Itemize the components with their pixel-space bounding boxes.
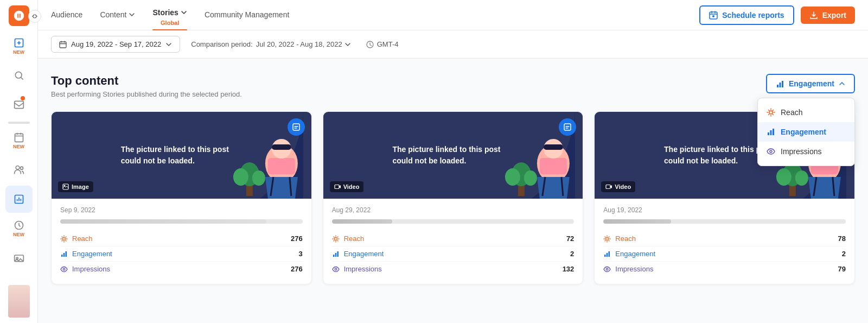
nav-item-stories[interactable]: Stories Global [152, 0, 187, 31]
engagement-icon-card1 [60, 250, 68, 258]
svg-rect-50 [564, 124, 571, 130]
svg-point-49 [524, 170, 537, 186]
engagement-dropdown-wrapper: Engagement Reach [766, 74, 855, 93]
card-1-badge [288, 118, 305, 136]
card-3-metric-impressions: Impressions 79 [603, 262, 846, 276]
top-nav: Audience Content Stories Global Communit… [38, 0, 868, 30]
sidebar-item-calendar[interactable]: NEW [5, 127, 33, 154]
sidebar-item-audience[interactable] [5, 156, 33, 183]
date-range-picker[interactable]: Aug 19, 2022 - Sep 17, 2022 [51, 36, 180, 53]
export-button[interactable]: Export [801, 7, 855, 24]
nav-actions: Schedule reports Export [699, 5, 855, 25]
timezone-display: GMT-4 [366, 40, 399, 48]
export-icon [809, 11, 818, 20]
card-3-metric-engagement: Engagement 2 [603, 246, 846, 262]
impressions-icon-card3 [603, 265, 611, 273]
reach-icon [767, 108, 775, 117]
svg-rect-15 [779, 83, 781, 87]
date-dropdown-icon [165, 41, 172, 48]
card-2-metric-engagement: Engagement 2 [332, 246, 575, 262]
svg-point-35 [63, 237, 66, 240]
filter-bar: Aug 19, 2022 - Sep 17, 2022 Comparison p… [38, 30, 868, 59]
sidebar-item-media[interactable] [5, 244, 33, 271]
card-3-type-badge: Video [601, 181, 635, 192]
card-3-metric-reach: Reach 78 [603, 231, 846, 246]
svg-rect-55 [337, 251, 339, 257]
dropdown-item-engagement[interactable]: Engagement [758, 122, 854, 142]
svg-point-48 [505, 168, 520, 186]
card-1-badge-icon [292, 123, 301, 131]
card-3-metrics-fill [603, 219, 671, 224]
video-type-icon-2 [334, 183, 341, 190]
svg-point-31 [252, 170, 265, 186]
sidebar-item-compose-label: NEW [13, 49, 24, 55]
nav-item-content[interactable]: Content [100, 1, 135, 30]
card-2-metric-reach: Reach 72 [332, 231, 575, 246]
collapse-button[interactable] [28, 10, 41, 23]
image-type-icon [62, 183, 69, 190]
svg-rect-32 [293, 124, 299, 130]
svg-rect-38 [66, 251, 67, 257]
comparison-dropdown-icon [344, 41, 351, 48]
svg-point-21 [770, 150, 772, 153]
card-1-metrics-bar [60, 219, 303, 224]
card-2-body: Aug 29, 2022 Reach [323, 199, 583, 284]
comparison-period: Comparison period: Jul 20, 2022 - Aug 18… [191, 40, 350, 48]
stories-sub-label: Global [161, 20, 179, 26]
card-3-metrics-bar [603, 219, 846, 224]
svg-rect-43 [543, 144, 563, 150]
card-3-body: Aug 19, 2022 Reach [595, 199, 854, 284]
svg-point-5 [20, 167, 23, 169]
content-area: Top content Best performing Stories publ… [38, 59, 868, 323]
engagement-icon-card2 [332, 250, 340, 258]
svg-rect-25 [272, 144, 291, 150]
sidebar-item-reports[interactable] [5, 186, 33, 213]
dropdown-item-impressions[interactable]: Impressions [758, 142, 854, 161]
svg-rect-36 [61, 255, 63, 257]
svg-rect-3 [15, 134, 23, 142]
schedule-reports-button[interactable]: Schedule reports [699, 5, 794, 25]
app-logo[interactable] [9, 5, 29, 26]
svg-point-39 [63, 268, 65, 270]
card-1-date: Sep 9, 2022 [60, 206, 303, 214]
reach-icon-card3 [603, 235, 611, 243]
card-2-date: Aug 29, 2022 [332, 206, 575, 214]
card-1-body: Sep 9, 2022 Reach [52, 199, 311, 284]
nav-item-audience[interactable]: Audience [51, 1, 82, 30]
svg-rect-23 [268, 158, 295, 174]
sidebar-item-compose[interactable]: NEW [5, 33, 33, 60]
sidebar: NEW NEW NEW [0, 0, 38, 323]
section-subtitle: Best performing Stories published during… [51, 90, 855, 98]
card-1-image: The picture linked to this post could no… [52, 112, 311, 199]
svg-rect-51 [335, 185, 339, 189]
svg-rect-2 [14, 101, 23, 108]
card-2-metrics-fill [332, 219, 393, 224]
video-type-icon-3 [605, 183, 612, 190]
sidebar-item-dashboard[interactable]: NEW [5, 215, 33, 242]
comparison-range-link[interactable]: Jul 20, 2022 - Aug 18, 2022 [256, 40, 351, 48]
svg-rect-20 [773, 129, 774, 135]
svg-rect-16 [782, 81, 783, 87]
svg-rect-18 [768, 132, 769, 135]
engagement-dropdown-button[interactable]: Engagement [766, 74, 855, 93]
color-strip-bottom [8, 285, 30, 318]
svg-rect-37 [63, 253, 65, 257]
sidebar-divider [8, 122, 30, 124]
nav-item-community[interactable]: Community Management [205, 1, 289, 30]
sidebar-item-inbox[interactable] [5, 91, 33, 118]
card-2-type-badge: Video [330, 181, 364, 192]
content-card-1: The picture linked to this post could no… [51, 111, 312, 284]
svg-rect-72 [609, 251, 610, 257]
impressions-icon-card1 [60, 265, 68, 273]
main-area: Audience Content Stories Global Communit… [38, 0, 868, 323]
dropdown-item-reach[interactable]: Reach [758, 103, 854, 122]
impressions-icon-card2 [332, 265, 340, 273]
svg-rect-71 [607, 253, 608, 257]
card-1-metrics-fill [60, 219, 266, 224]
svg-point-30 [233, 168, 248, 186]
engagement-bar-icon [767, 128, 775, 136]
svg-rect-54 [335, 253, 336, 257]
nav-items: Audience Content Stories Global Communit… [51, 0, 289, 31]
sidebar-item-search[interactable] [5, 62, 33, 89]
calendar-icon [59, 41, 67, 48]
